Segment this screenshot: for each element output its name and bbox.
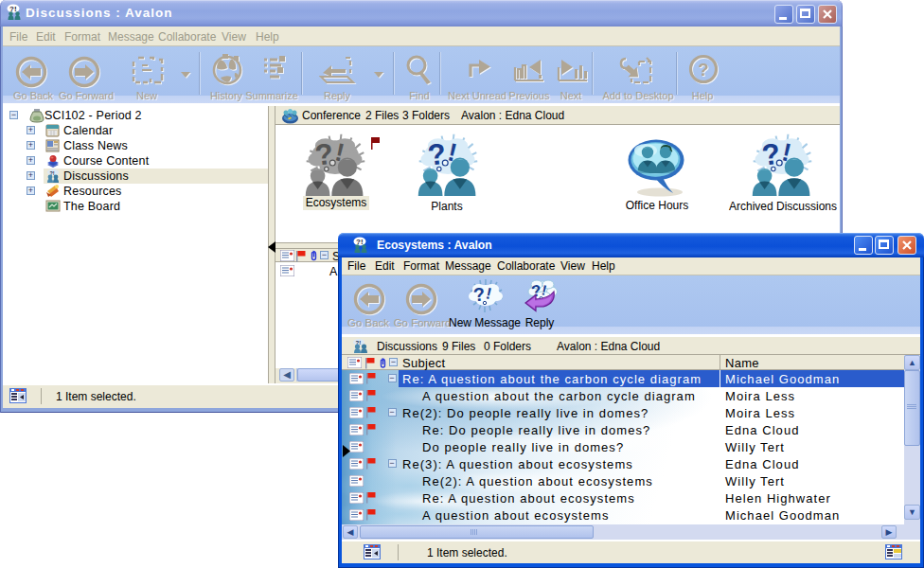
svg-text:?!: ?! xyxy=(50,170,55,176)
svg-text:?: ? xyxy=(698,60,709,80)
svg-text:?: ? xyxy=(760,137,782,172)
svg-text:?: ? xyxy=(313,137,335,172)
svg-text:?: ? xyxy=(426,137,448,172)
